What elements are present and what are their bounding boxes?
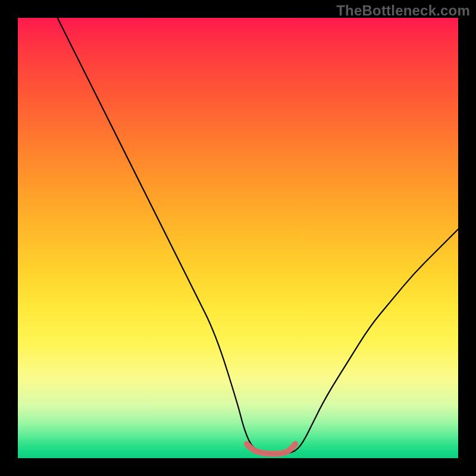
curve-svg — [18, 18, 458, 458]
chart-frame: TheBottleneck.com — [0, 0, 476, 476]
plot-area — [18, 18, 458, 458]
watermark-label: TheBottleneck.com — [336, 2, 470, 19]
optimal-band-path — [247, 444, 295, 453]
bottleneck-curve-path — [58, 18, 458, 454]
